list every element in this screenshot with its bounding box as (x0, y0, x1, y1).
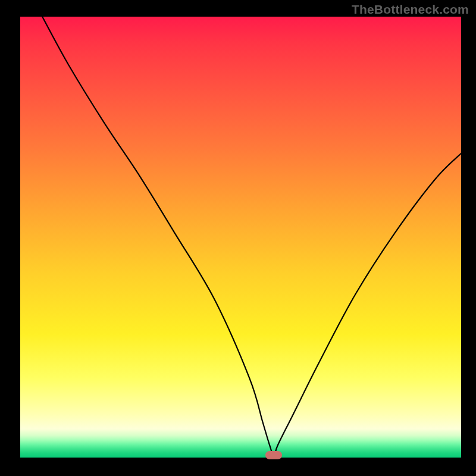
bottleneck-curve (20, 17, 461, 458)
watermark-text: TheBottleneck.com (352, 2, 469, 17)
chart-frame: TheBottleneck.com (0, 0, 476, 476)
optimum-marker (265, 451, 282, 459)
plot-area (20, 17, 461, 458)
